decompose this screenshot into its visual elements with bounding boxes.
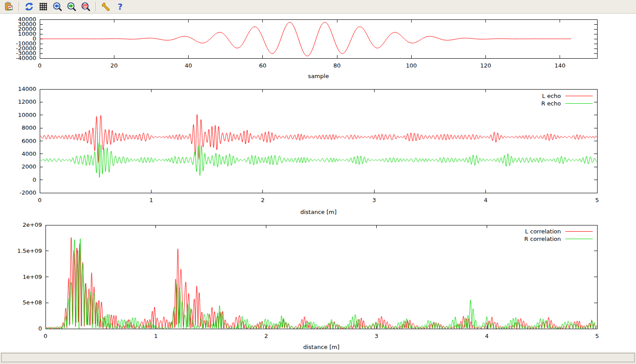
zoom-next-button[interactable] [65,0,78,13]
svg-text:40000: 40000 [18,16,36,23]
svg-text:5e+08: 5e+08 [23,299,42,306]
svg-text:80: 80 [333,62,341,69]
plot-canvas[interactable]: 020406080100120140-40000-30000-20000-100… [0,14,636,351]
grid-icon [38,1,49,12]
refresh-icon [24,1,34,12]
svg-text:R echo: R echo [541,100,561,107]
toolbar-separator [95,2,96,11]
autoscale-button[interactable] [79,0,92,13]
magnifier-plot-icon [80,1,91,12]
charts-svg: 020406080100120140-40000-30000-20000-100… [0,14,636,351]
svg-text:1: 1 [149,197,153,203]
magnifier-right-arrow-icon [66,1,77,12]
svg-text:5: 5 [595,197,599,203]
zoom-previous-button[interactable] [51,0,64,13]
svg-text:3: 3 [375,333,378,339]
svg-text:2: 2 [264,333,268,339]
svg-text:0: 0 [38,325,42,332]
question-mark-icon: ? [115,1,125,12]
clipboard-chart-icon [4,1,14,12]
svg-text:8000: 8000 [22,124,36,131]
svg-text:140: 140 [554,62,565,69]
svg-text:3: 3 [372,197,376,203]
svg-text:20: 20 [110,62,118,69]
svg-text:2e+09: 2e+09 [23,221,42,228]
svg-text:4: 4 [484,197,487,203]
svg-text:distance [m]: distance [m] [300,209,337,215]
svg-text:60: 60 [259,62,267,69]
svg-text:100: 100 [406,62,417,69]
replot-button[interactable] [23,0,36,13]
svg-text:40: 40 [185,62,192,69]
svg-text:0: 0 [38,62,42,69]
svg-text:distance [m]: distance [m] [303,344,339,350]
svg-text:L echo: L echo [542,93,561,99]
svg-text:5: 5 [595,333,599,339]
wrench-icon [101,1,111,12]
svg-text:120: 120 [480,62,491,69]
svg-text:14000: 14000 [18,86,36,92]
status-message [1,353,635,362]
svg-text:10000: 10000 [18,112,36,118]
toggle-grid-button[interactable] [37,0,50,13]
svg-text:R correlation: R correlation [524,236,561,242]
svg-text:0: 0 [44,333,47,339]
svg-text:4: 4 [485,333,488,339]
toolbar: ? [0,0,636,14]
status-bar [0,352,636,364]
svg-text:1e+09: 1e+09 [23,274,42,280]
svg-text:0: 0 [33,176,36,183]
toolbar-separator [19,2,19,11]
copy-to-clipboard-button[interactable] [2,0,15,13]
svg-text:sample: sample [308,73,329,79]
svg-text:1: 1 [154,333,158,339]
svg-text:4000: 4000 [22,150,36,157]
svg-text:?: ? [117,2,122,11]
svg-text:12000: 12000 [18,98,36,105]
svg-text:1.5e+09: 1.5e+09 [17,248,42,254]
configure-button[interactable] [99,0,113,13]
svg-text:6000: 6000 [22,138,36,144]
svg-text:L correlation: L correlation [525,228,561,235]
svg-text:0: 0 [38,197,42,203]
svg-text:2000: 2000 [22,163,36,170]
svg-text:-2000: -2000 [19,189,36,196]
svg-text:2: 2 [261,197,265,203]
help-button[interactable]: ? [114,0,127,13]
magnifier-left-arrow-icon [52,1,63,12]
